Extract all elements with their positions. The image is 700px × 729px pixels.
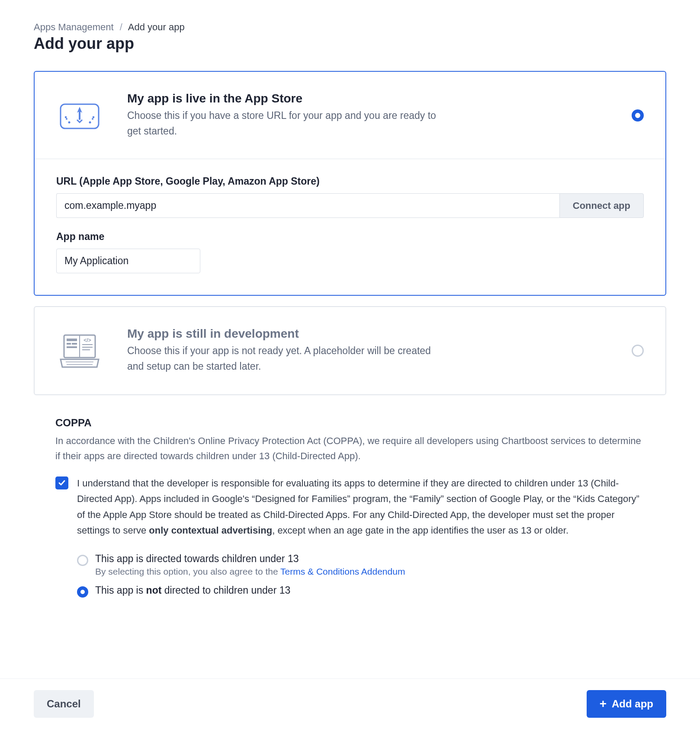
rocket-app-icon xyxy=(56,98,103,133)
radio-live[interactable] xyxy=(632,109,644,122)
radio-directed-label: This app is directed towards children un… xyxy=(95,553,405,565)
svg-point-3 xyxy=(66,118,67,120)
option-text-dev: My app is still in development Choose th… xyxy=(127,327,614,374)
svg-point-4 xyxy=(89,121,91,123)
coppa-acknowledge-checkbox[interactable] xyxy=(55,476,68,489)
svg-rect-13 xyxy=(67,346,77,348)
option-desc-live: Choose this if you have a store URL for … xyxy=(127,108,439,139)
coppa-radio-group: This app is directed towards children un… xyxy=(55,553,645,598)
option-desc-dev: Choose this if your app is not ready yet… xyxy=(127,343,439,374)
connect-app-button[interactable]: Connect app xyxy=(559,193,644,218)
url-input[interactable] xyxy=(56,193,559,218)
svg-point-2 xyxy=(68,121,71,123)
radio-directed[interactable] xyxy=(77,555,88,566)
option-header-live[interactable]: My app is live in the App Store Choose t… xyxy=(35,72,665,159)
svg-text:</>: </> xyxy=(83,337,91,343)
coppa-radio-not-directed[interactable]: This app is not directed to children und… xyxy=(77,585,645,598)
coppa-acknowledge-text: I understand that the developer is respo… xyxy=(77,476,645,538)
svg-rect-12 xyxy=(72,343,77,345)
coppa-radio-directed[interactable]: This app is directed towards children un… xyxy=(77,553,645,577)
svg-rect-1 xyxy=(79,110,80,120)
coppa-section: COPPA In accordance with the Children's … xyxy=(34,417,666,598)
svg-rect-7 xyxy=(93,116,94,118)
laptop-code-icon: </> xyxy=(56,333,103,368)
radio-not-directed-label: This app is not directed to children und… xyxy=(95,585,290,596)
breadcrumb-current: Add your app xyxy=(128,22,185,32)
option-body-live: URL (Apple App Store, Google Play, Amazo… xyxy=(35,159,665,295)
breadcrumb: Apps Management / Add your app xyxy=(34,22,666,33)
coppa-heading: COPPA xyxy=(55,417,645,429)
svg-rect-11 xyxy=(67,343,71,345)
svg-point-5 xyxy=(92,118,93,120)
breadcrumb-separator: / xyxy=(120,22,122,32)
coppa-intro: In accordance with the Children's Online… xyxy=(55,433,645,464)
terms-addendum-link[interactable]: Terms & Conditions Addendum xyxy=(280,566,405,576)
breadcrumb-root[interactable]: Apps Management xyxy=(34,22,114,32)
option-card-dev[interactable]: </> My app is still in development Choos… xyxy=(34,306,666,395)
appname-field-label: App name xyxy=(56,231,644,243)
option-title-live: My app is live in the App Store xyxy=(127,92,614,106)
option-text-live: My app is live in the App Store Choose t… xyxy=(127,92,614,139)
page-title: Add your app xyxy=(34,35,666,53)
radio-not-directed[interactable] xyxy=(77,586,88,598)
svg-rect-10 xyxy=(67,339,77,341)
option-card-live[interactable]: My app is live in the App Store Choose t… xyxy=(34,71,666,296)
radio-dev[interactable] xyxy=(632,345,644,357)
appname-input[interactable] xyxy=(56,249,200,273)
svg-rect-6 xyxy=(65,116,67,118)
option-header-dev[interactable]: </> My app is still in development Choos… xyxy=(35,307,665,394)
check-icon xyxy=(58,479,66,487)
option-title-dev: My app is still in development xyxy=(127,327,614,341)
radio-directed-sub: By selecting this option, you also agree… xyxy=(95,566,405,577)
url-field-label: URL (Apple App Store, Google Play, Amazo… xyxy=(56,176,644,187)
